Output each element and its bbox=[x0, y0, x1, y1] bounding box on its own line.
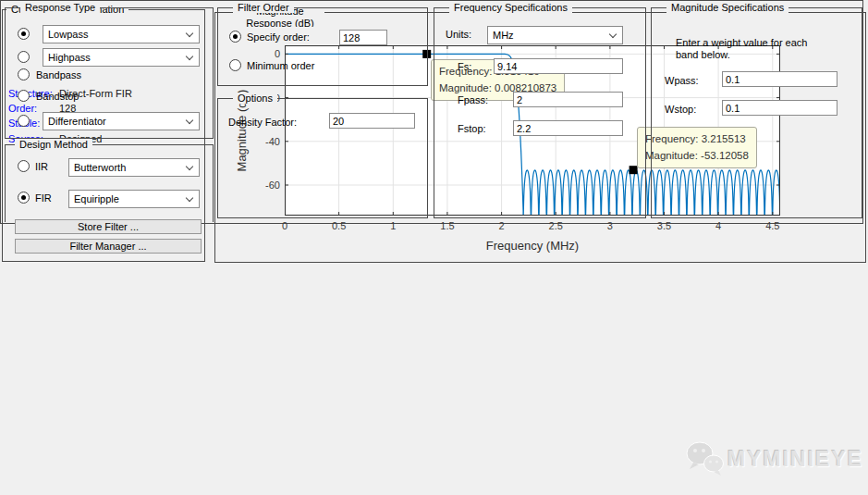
chevron-down-icon bbox=[186, 163, 193, 170]
options-group: Options Density Factor: bbox=[217, 98, 428, 218]
highpass-dropdown[interactable]: Highpass bbox=[43, 48, 200, 67]
x-tick-label: 3 bbox=[594, 220, 626, 231]
wstop-input[interactable] bbox=[722, 100, 837, 116]
x-tick-label: 4 bbox=[703, 220, 734, 231]
x-tick-label: 2.5 bbox=[540, 220, 571, 231]
dropdown-value: MHz bbox=[493, 30, 514, 41]
x-axis-label: Frequency (MHz) bbox=[285, 239, 780, 253]
x-tick-label: 0 bbox=[269, 220, 300, 231]
filter-order-group: Filter Order Specify order: Minimum orde… bbox=[217, 7, 428, 86]
group-title: Filter Order bbox=[233, 2, 294, 13]
design-method-group: Design Method IIR Butterworth FIR Equiri… bbox=[5, 144, 214, 222]
response-type-group: Response Type Lowpass Highpass Bandpass … bbox=[5, 7, 214, 139]
radio-lowpass[interactable] bbox=[18, 28, 30, 40]
x-tick-label: 1.5 bbox=[432, 220, 463, 231]
bandstop-label: Bandstop bbox=[36, 91, 79, 102]
density-factor-input[interactable] bbox=[329, 113, 415, 129]
wpass-input[interactable] bbox=[722, 71, 837, 87]
chevron-down-icon bbox=[186, 53, 193, 60]
x-tick-label: 2 bbox=[486, 220, 518, 231]
watermark-text: MYMINIEYE bbox=[727, 447, 863, 472]
watermark: MYMINIEYE bbox=[685, 440, 861, 477]
density-factor-label: Density Factor: bbox=[228, 117, 297, 128]
units-label: Units: bbox=[446, 29, 471, 40]
wechat-logo-icon bbox=[685, 440, 726, 477]
specify-order-input[interactable] bbox=[339, 30, 387, 45]
filter-manager-button[interactable]: Filter Manager ... bbox=[15, 239, 202, 254]
differentiator-dropdown[interactable]: Differentiator bbox=[43, 112, 200, 130]
bandpass-label: Bandpass bbox=[36, 69, 81, 80]
radio-highpass[interactable] bbox=[18, 51, 30, 63]
dropdown-value: Highpass bbox=[48, 52, 91, 63]
chevron-down-icon bbox=[186, 117, 193, 124]
frequency-specifications-group: Frequency Specifications Units: MHz Fs: … bbox=[434, 7, 646, 218]
chevron-down-icon bbox=[186, 194, 193, 202]
fpass-label: Fpass: bbox=[458, 94, 488, 105]
radio-specify-order[interactable] bbox=[229, 31, 241, 43]
fir-dropdown[interactable]: Equiripple bbox=[68, 190, 200, 208]
group-title: Design Method bbox=[15, 139, 92, 150]
x-tick-label: 3.5 bbox=[649, 220, 680, 231]
group-title: Magnitude Specifications bbox=[666, 2, 789, 13]
fstop-label: Fstop: bbox=[458, 123, 486, 134]
minimum-order-label: Minimum order bbox=[247, 60, 314, 71]
dropdown-value: Lowpass bbox=[48, 29, 88, 40]
chevron-down-icon bbox=[186, 30, 193, 37]
group-title: Options bbox=[233, 93, 277, 104]
fir-label: FIR bbox=[35, 192, 52, 204]
lowpass-dropdown[interactable]: Lowpass bbox=[43, 25, 200, 43]
magnitude-specifications-group: Magnitude Specifications Enter a weight … bbox=[651, 7, 862, 218]
group-title: Response Type bbox=[20, 2, 100, 13]
radio-minimum-order[interactable] bbox=[229, 59, 241, 71]
wstop-label: Wstop: bbox=[665, 104, 696, 115]
radio-differentiator[interactable] bbox=[18, 115, 30, 127]
fs-label: Fs: bbox=[458, 61, 471, 72]
units-dropdown[interactable]: MHz bbox=[487, 26, 623, 44]
weight-note-line1: Enter a weight value for each bbox=[676, 37, 807, 48]
group-title: Frequency Specifications bbox=[449, 2, 572, 13]
radio-iir[interactable] bbox=[18, 160, 30, 172]
fs-input[interactable] bbox=[494, 58, 623, 74]
x-tick-label: 0.5 bbox=[324, 220, 355, 231]
weight-note-line2: band below. bbox=[676, 49, 730, 60]
iir-label: IIR bbox=[35, 161, 48, 172]
dropdown-value: Differentiator bbox=[48, 116, 106, 127]
x-tick-label: 4.5 bbox=[757, 220, 789, 231]
wpass-label: Wpass: bbox=[665, 75, 699, 86]
chevron-down-icon bbox=[609, 31, 617, 38]
dropdown-value: Equiripple bbox=[74, 193, 119, 204]
fstop-input[interactable] bbox=[513, 120, 623, 136]
dropdown-value: Butterworth bbox=[74, 162, 126, 173]
radio-fir[interactable] bbox=[18, 192, 30, 204]
iir-dropdown[interactable]: Butterworth bbox=[68, 158, 200, 177]
specify-order-label: Specify order: bbox=[247, 31, 310, 43]
x-tick-label: 1 bbox=[377, 220, 409, 231]
radio-bandstop[interactable] bbox=[18, 90, 30, 102]
radio-bandpass[interactable] bbox=[18, 68, 30, 80]
fpass-input[interactable] bbox=[513, 92, 623, 107]
